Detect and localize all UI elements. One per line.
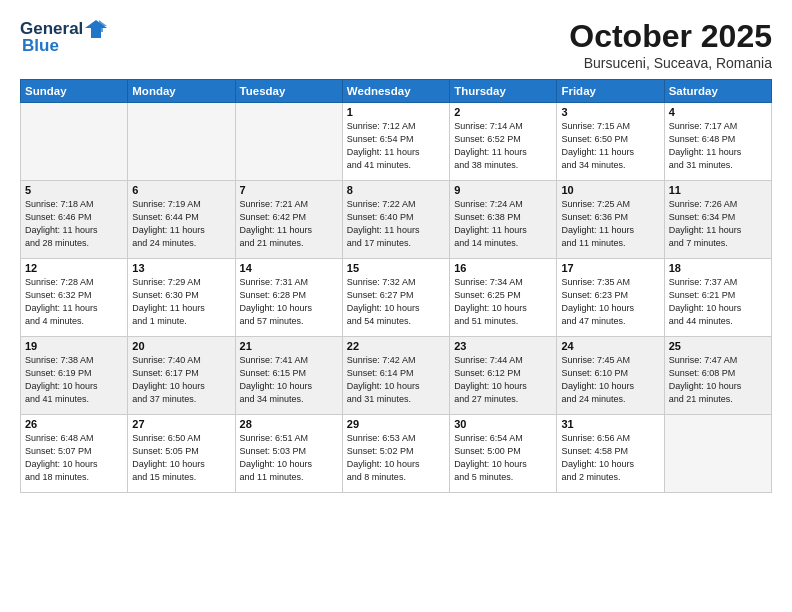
week-row-2: 5Sunrise: 7:18 AM Sunset: 6:46 PM Daylig… bbox=[21, 181, 772, 259]
logo-blue: Blue bbox=[22, 36, 59, 56]
week-row-3: 12Sunrise: 7:28 AM Sunset: 6:32 PM Dayli… bbox=[21, 259, 772, 337]
day-info: Sunrise: 6:48 AM Sunset: 5:07 PM Dayligh… bbox=[25, 432, 123, 484]
calendar-cell: 29Sunrise: 6:53 AM Sunset: 5:02 PM Dayli… bbox=[342, 415, 449, 493]
day-number: 24 bbox=[561, 340, 659, 352]
day-info: Sunrise: 7:12 AM Sunset: 6:54 PM Dayligh… bbox=[347, 120, 445, 172]
day-number: 7 bbox=[240, 184, 338, 196]
day-info: Sunrise: 7:37 AM Sunset: 6:21 PM Dayligh… bbox=[669, 276, 767, 328]
calendar-cell: 15Sunrise: 7:32 AM Sunset: 6:27 PM Dayli… bbox=[342, 259, 449, 337]
calendar-cell: 6Sunrise: 7:19 AM Sunset: 6:44 PM Daylig… bbox=[128, 181, 235, 259]
calendar-cell: 16Sunrise: 7:34 AM Sunset: 6:25 PM Dayli… bbox=[450, 259, 557, 337]
weekday-header-tuesday: Tuesday bbox=[235, 80, 342, 103]
weekday-header-wednesday: Wednesday bbox=[342, 80, 449, 103]
day-info: Sunrise: 6:53 AM Sunset: 5:02 PM Dayligh… bbox=[347, 432, 445, 484]
calendar-cell bbox=[128, 103, 235, 181]
svg-marker-1 bbox=[99, 20, 107, 32]
calendar-cell: 18Sunrise: 7:37 AM Sunset: 6:21 PM Dayli… bbox=[664, 259, 771, 337]
calendar-cell: 7Sunrise: 7:21 AM Sunset: 6:42 PM Daylig… bbox=[235, 181, 342, 259]
day-number: 11 bbox=[669, 184, 767, 196]
calendar-cell: 22Sunrise: 7:42 AM Sunset: 6:14 PM Dayli… bbox=[342, 337, 449, 415]
day-info: Sunrise: 7:15 AM Sunset: 6:50 PM Dayligh… bbox=[561, 120, 659, 172]
day-number: 20 bbox=[132, 340, 230, 352]
day-info: Sunrise: 7:17 AM Sunset: 6:48 PM Dayligh… bbox=[669, 120, 767, 172]
weekday-header-sunday: Sunday bbox=[21, 80, 128, 103]
weekday-header-thursday: Thursday bbox=[450, 80, 557, 103]
svg-marker-0 bbox=[85, 20, 107, 38]
header: General Blue October 2025 Bursuceni, Suc… bbox=[20, 18, 772, 71]
calendar-cell: 26Sunrise: 6:48 AM Sunset: 5:07 PM Dayli… bbox=[21, 415, 128, 493]
day-info: Sunrise: 7:14 AM Sunset: 6:52 PM Dayligh… bbox=[454, 120, 552, 172]
calendar-cell: 28Sunrise: 6:51 AM Sunset: 5:03 PM Dayli… bbox=[235, 415, 342, 493]
location: Bursuceni, Suceava, Romania bbox=[569, 55, 772, 71]
calendar-cell: 10Sunrise: 7:25 AM Sunset: 6:36 PM Dayli… bbox=[557, 181, 664, 259]
day-number: 22 bbox=[347, 340, 445, 352]
day-number: 12 bbox=[25, 262, 123, 274]
calendar-cell: 27Sunrise: 6:50 AM Sunset: 5:05 PM Dayli… bbox=[128, 415, 235, 493]
day-number: 26 bbox=[25, 418, 123, 430]
day-number: 30 bbox=[454, 418, 552, 430]
day-number: 31 bbox=[561, 418, 659, 430]
day-info: Sunrise: 6:50 AM Sunset: 5:05 PM Dayligh… bbox=[132, 432, 230, 484]
day-number: 17 bbox=[561, 262, 659, 274]
day-number: 15 bbox=[347, 262, 445, 274]
logo: General Blue bbox=[20, 18, 107, 56]
calendar-cell: 30Sunrise: 6:54 AM Sunset: 5:00 PM Dayli… bbox=[450, 415, 557, 493]
calendar-cell: 23Sunrise: 7:44 AM Sunset: 6:12 PM Dayli… bbox=[450, 337, 557, 415]
day-number: 8 bbox=[347, 184, 445, 196]
day-info: Sunrise: 7:28 AM Sunset: 6:32 PM Dayligh… bbox=[25, 276, 123, 328]
day-number: 4 bbox=[669, 106, 767, 118]
calendar-cell bbox=[664, 415, 771, 493]
title-block: October 2025 Bursuceni, Suceava, Romania bbox=[569, 18, 772, 71]
day-info: Sunrise: 7:44 AM Sunset: 6:12 PM Dayligh… bbox=[454, 354, 552, 406]
day-info: Sunrise: 7:25 AM Sunset: 6:36 PM Dayligh… bbox=[561, 198, 659, 250]
calendar-cell: 25Sunrise: 7:47 AM Sunset: 6:08 PM Dayli… bbox=[664, 337, 771, 415]
calendar-cell: 12Sunrise: 7:28 AM Sunset: 6:32 PM Dayli… bbox=[21, 259, 128, 337]
calendar-cell: 11Sunrise: 7:26 AM Sunset: 6:34 PM Dayli… bbox=[664, 181, 771, 259]
day-number: 14 bbox=[240, 262, 338, 274]
weekday-header-friday: Friday bbox=[557, 80, 664, 103]
day-info: Sunrise: 7:22 AM Sunset: 6:40 PM Dayligh… bbox=[347, 198, 445, 250]
calendar-page: General Blue October 2025 Bursuceni, Suc… bbox=[0, 0, 792, 612]
calendar-cell bbox=[21, 103, 128, 181]
day-number: 13 bbox=[132, 262, 230, 274]
calendar-cell: 31Sunrise: 6:56 AM Sunset: 4:58 PM Dayli… bbox=[557, 415, 664, 493]
day-info: Sunrise: 7:19 AM Sunset: 6:44 PM Dayligh… bbox=[132, 198, 230, 250]
calendar-cell: 20Sunrise: 7:40 AM Sunset: 6:17 PM Dayli… bbox=[128, 337, 235, 415]
day-info: Sunrise: 7:32 AM Sunset: 6:27 PM Dayligh… bbox=[347, 276, 445, 328]
day-info: Sunrise: 7:29 AM Sunset: 6:30 PM Dayligh… bbox=[132, 276, 230, 328]
day-info: Sunrise: 7:31 AM Sunset: 6:28 PM Dayligh… bbox=[240, 276, 338, 328]
day-info: Sunrise: 6:56 AM Sunset: 4:58 PM Dayligh… bbox=[561, 432, 659, 484]
month-title: October 2025 bbox=[569, 18, 772, 55]
day-info: Sunrise: 7:21 AM Sunset: 6:42 PM Dayligh… bbox=[240, 198, 338, 250]
week-row-5: 26Sunrise: 6:48 AM Sunset: 5:07 PM Dayli… bbox=[21, 415, 772, 493]
day-info: Sunrise: 7:26 AM Sunset: 6:34 PM Dayligh… bbox=[669, 198, 767, 250]
calendar-cell: 4Sunrise: 7:17 AM Sunset: 6:48 PM Daylig… bbox=[664, 103, 771, 181]
weekday-header-monday: Monday bbox=[128, 80, 235, 103]
week-row-4: 19Sunrise: 7:38 AM Sunset: 6:19 PM Dayli… bbox=[21, 337, 772, 415]
calendar-table: SundayMondayTuesdayWednesdayThursdayFrid… bbox=[20, 79, 772, 493]
day-number: 5 bbox=[25, 184, 123, 196]
logo-bird-icon bbox=[85, 18, 107, 40]
day-info: Sunrise: 7:35 AM Sunset: 6:23 PM Dayligh… bbox=[561, 276, 659, 328]
calendar-cell: 8Sunrise: 7:22 AM Sunset: 6:40 PM Daylig… bbox=[342, 181, 449, 259]
weekday-header-saturday: Saturday bbox=[664, 80, 771, 103]
calendar-cell: 5Sunrise: 7:18 AM Sunset: 6:46 PM Daylig… bbox=[21, 181, 128, 259]
day-number: 27 bbox=[132, 418, 230, 430]
day-number: 23 bbox=[454, 340, 552, 352]
calendar-cell: 9Sunrise: 7:24 AM Sunset: 6:38 PM Daylig… bbox=[450, 181, 557, 259]
calendar-cell: 14Sunrise: 7:31 AM Sunset: 6:28 PM Dayli… bbox=[235, 259, 342, 337]
day-info: Sunrise: 7:45 AM Sunset: 6:10 PM Dayligh… bbox=[561, 354, 659, 406]
calendar-cell: 2Sunrise: 7:14 AM Sunset: 6:52 PM Daylig… bbox=[450, 103, 557, 181]
calendar-cell: 3Sunrise: 7:15 AM Sunset: 6:50 PM Daylig… bbox=[557, 103, 664, 181]
day-number: 9 bbox=[454, 184, 552, 196]
day-info: Sunrise: 7:24 AM Sunset: 6:38 PM Dayligh… bbox=[454, 198, 552, 250]
day-number: 3 bbox=[561, 106, 659, 118]
day-number: 21 bbox=[240, 340, 338, 352]
day-info: Sunrise: 7:41 AM Sunset: 6:15 PM Dayligh… bbox=[240, 354, 338, 406]
day-info: Sunrise: 7:38 AM Sunset: 6:19 PM Dayligh… bbox=[25, 354, 123, 406]
day-info: Sunrise: 6:51 AM Sunset: 5:03 PM Dayligh… bbox=[240, 432, 338, 484]
day-number: 6 bbox=[132, 184, 230, 196]
day-info: Sunrise: 7:47 AM Sunset: 6:08 PM Dayligh… bbox=[669, 354, 767, 406]
calendar-cell: 24Sunrise: 7:45 AM Sunset: 6:10 PM Dayli… bbox=[557, 337, 664, 415]
day-info: Sunrise: 6:54 AM Sunset: 5:00 PM Dayligh… bbox=[454, 432, 552, 484]
